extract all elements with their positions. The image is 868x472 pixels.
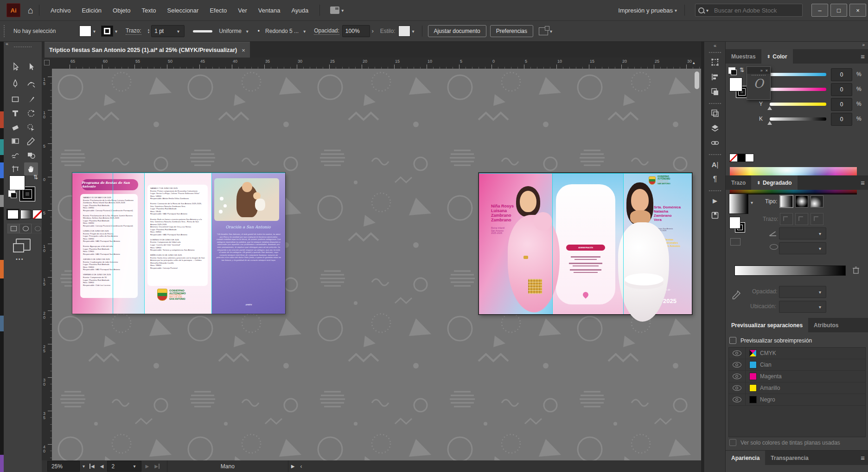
white-swatch[interactable] <box>745 154 754 162</box>
artboards-panel-icon[interactable] <box>704 106 726 121</box>
draw-normal-button[interactable] <box>7 224 19 233</box>
spot-colors-only-checkbox[interactable] <box>729 439 736 446</box>
minimize-button[interactable]: – <box>811 4 828 17</box>
tab-atributos[interactable]: Atributos <box>808 318 844 332</box>
paintbrush-tool[interactable] <box>24 93 38 106</box>
arrange-documents-icon[interactable] <box>330 6 339 14</box>
type-tool[interactable] <box>8 107 22 120</box>
tab-trazo[interactable]: Trazo <box>726 175 751 190</box>
tab-previsualizar-separaciones[interactable]: Previsualizar separaciones <box>726 318 808 332</box>
home-icon[interactable]: ⌂ <box>28 5 33 16</box>
opacity-label[interactable]: Opacidad: <box>314 27 339 35</box>
symbol-sprayer-tool[interactable] <box>8 149 22 162</box>
stroke-along-button[interactable] <box>795 213 808 225</box>
stroke-width-stepper[interactable]: ▴▾ <box>148 28 150 34</box>
document-tab[interactable]: Triptico fiestas San Antonio 2025 (1).ai… <box>45 42 250 58</box>
overprint-preview-checkbox[interactable] <box>729 337 736 344</box>
slider-thumb[interactable] <box>767 106 772 110</box>
illustrator-logo-icon[interactable]: Ai <box>6 3 20 17</box>
tab-apariencia[interactable]: Apariencia <box>726 451 765 465</box>
draw-behind-button[interactable] <box>19 224 32 233</box>
menu-archivo[interactable]: Archivo <box>45 7 76 14</box>
status-tool-field[interactable]: Mano <box>167 460 288 472</box>
plate-row-negro[interactable]: Negro <box>729 394 865 406</box>
chevron-down-icon[interactable]: ▾ <box>93 29 96 34</box>
artboard-front[interactable]: Niña Rosys Luisana Zambrano Zambrano Rei… <box>479 173 692 315</box>
status-expand-icon[interactable]: ▶ <box>291 464 295 469</box>
stroke-profile-value[interactable]: Uniforme <box>219 28 242 34</box>
plate-row-cian[interactable]: Cian <box>729 359 865 371</box>
menu-seleccionar[interactable]: Seleccionar <box>161 7 204 14</box>
panel-menu-icon[interactable]: ≡ <box>861 52 865 60</box>
chevron-down-icon[interactable]: ▾ <box>115 29 117 34</box>
last-artboard-button[interactable]: ▶ <box>154 464 160 469</box>
stroke-label[interactable]: Trazo: <box>126 27 141 35</box>
fill-color-swatch[interactable] <box>79 26 91 37</box>
chevron-down-icon[interactable]: ▾ <box>751 200 753 205</box>
black-value-field[interactable]: 0 <box>831 113 852 126</box>
stroke-across-button[interactable] <box>811 213 823 225</box>
panel-grip[interactable] <box>709 190 721 191</box>
fill-proxy[interactable] <box>729 78 742 91</box>
search-input[interactable] <box>713 6 789 14</box>
chevron-down-icon[interactable]: ▾ <box>412 29 415 34</box>
document-setup-icon[interactable] <box>539 27 548 35</box>
preferences-button[interactable]: Preferencias <box>490 25 533 37</box>
plate-row-cmyk[interactable]: CMYK <box>729 348 865 359</box>
expand-icon[interactable]: » <box>760 68 763 73</box>
edit-toolbar-ellipsis[interactable]: ••• <box>16 256 24 262</box>
gradient-slider-bar[interactable] <box>734 265 846 276</box>
magenta-slider[interactable] <box>770 88 826 91</box>
plate-row-magenta[interactable]: Magenta <box>729 371 865 382</box>
vertical-ruler[interactable]: 1510 50 510 1520 2530 3540 <box>42 69 52 460</box>
layers-panel-icon[interactable] <box>704 121 726 136</box>
fill-color-control[interactable] <box>9 175 25 190</box>
links-panel-icon[interactable] <box>704 136 726 150</box>
gradient-location-field[interactable]: ▾ <box>779 301 826 313</box>
brush-definition[interactable]: Redondo 5 ... <box>265 28 299 34</box>
artboard-number-field[interactable]: 2▾ <box>107 461 141 472</box>
shaper-tool[interactable] <box>24 121 38 134</box>
black-slider[interactable] <box>770 117 826 121</box>
yellow-slider[interactable] <box>770 103 826 106</box>
canvas[interactable]: Programa de fiestas de San Antonio SÁBAD… <box>52 69 701 460</box>
visibility-eye-icon[interactable] <box>733 385 741 391</box>
menu-objeto[interactable]: Objeto <box>107 7 136 14</box>
cyan-value-field[interactable]: 0 <box>831 68 852 81</box>
linear-gradient-button[interactable] <box>780 195 793 207</box>
graphic-style-swatch[interactable] <box>398 26 410 37</box>
panel-menu-icon[interactable]: ≡ <box>861 454 865 462</box>
screen-mode-button[interactable] <box>16 239 31 251</box>
scroll-up-icon[interactable]: ▴ <box>693 60 695 65</box>
zoom-level-field[interactable]: 25% <box>47 461 80 472</box>
character-panel-icon[interactable]: A| <box>704 157 726 172</box>
visibility-eye-icon[interactable] <box>733 397 741 402</box>
panel-grip[interactable] <box>709 103 721 104</box>
chevron-down-icon[interactable]: ▾ <box>246 29 249 34</box>
collapse-dock-icon[interactable]: « <box>704 43 726 48</box>
direct-selection-tool[interactable] <box>24 60 38 73</box>
fill-proxy[interactable] <box>729 217 740 229</box>
transform-panel-icon[interactable] <box>704 55 726 70</box>
yellow-value-field[interactable]: 0 <box>831 98 852 111</box>
tab-transparencia[interactable]: Transparencia <box>765 451 814 465</box>
close-icon[interactable]: × <box>766 68 768 73</box>
swap-fill-stroke-icon[interactable]: ⇄ <box>32 175 39 180</box>
horizontal-ruler[interactable]: 6560 5550 4540 3530 2520 1510 50 510 152… <box>52 58 701 69</box>
color-mode-button[interactable] <box>7 210 19 219</box>
cyan-slider[interactable] <box>770 73 826 76</box>
eraser-tool[interactable] <box>8 121 22 134</box>
menu-ventana[interactable]: Ventana <box>253 7 286 14</box>
stroke-within-button[interactable] <box>780 213 793 225</box>
tab-degradado[interactable]: ⇕Degradado <box>751 175 797 190</box>
status-collapse-icon[interactable]: ‹ <box>300 463 302 470</box>
chevron-down-icon[interactable]: ▾ <box>706 8 708 13</box>
actions-panel-icon[interactable]: ▶ <box>704 193 726 208</box>
first-artboard-button[interactable]: ◀ <box>89 464 95 469</box>
hand-tool-active[interactable] <box>24 162 38 175</box>
artboard-tool[interactable] <box>8 162 22 175</box>
stroke-width-field[interactable]: 1 pt▾ <box>151 25 185 37</box>
angle-field[interactable]: ▾ <box>779 227 826 239</box>
align-panel-icon[interactable] <box>704 70 726 84</box>
chevron-down-icon[interactable]: ▾ <box>83 464 85 469</box>
